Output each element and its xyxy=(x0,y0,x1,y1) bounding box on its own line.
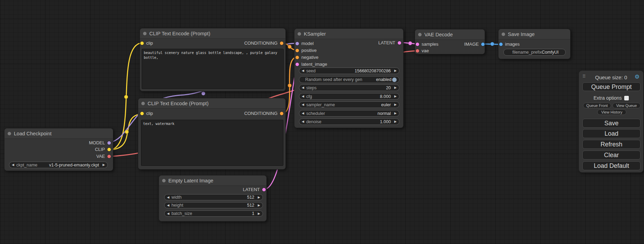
stepper-left-icon[interactable]: ◀ xyxy=(302,112,304,115)
stepper-left-icon[interactable]: ◀ xyxy=(167,212,169,215)
node-clip-text-encode-positive[interactable]: CLIP Text Encode (Prompt) clip CONDITION… xyxy=(140,28,286,91)
node-load-checkpoint[interactable]: Load Checkpoint MODEL CLIP VAE ◀ ckpt_na… xyxy=(4,128,113,171)
latent-slot-dot[interactable] xyxy=(398,41,401,45)
latent-slot-dot[interactable] xyxy=(295,63,299,66)
clip-slot-dot[interactable] xyxy=(140,42,144,45)
input-slot-negative[interactable]: negative xyxy=(295,54,318,61)
stepper-left-icon[interactable]: ◀ xyxy=(167,196,169,199)
collapse-dot-icon[interactable] xyxy=(8,132,11,135)
output-slot-conditioning[interactable]: CONDITIONING xyxy=(244,110,283,117)
extra-options-checkbox[interactable] xyxy=(624,96,629,100)
stepper-right-icon[interactable]: ▶ xyxy=(394,69,397,72)
output-slot-latent[interactable]: LATENT xyxy=(243,187,266,193)
latent-slot-dot[interactable] xyxy=(416,43,419,46)
negative-prompt-textarea[interactable]: text, watermark xyxy=(141,120,283,166)
output-slot-image[interactable]: IMAGE xyxy=(464,41,485,47)
vae-slot-dot[interactable] xyxy=(107,155,111,158)
width-widget[interactable]: ◀ width 512 ▶ xyxy=(164,194,263,200)
input-slot-model[interactable]: model xyxy=(295,40,314,47)
stepper-left-icon[interactable]: ◀ xyxy=(167,204,169,207)
input-slot-clip[interactable]: clip xyxy=(140,40,153,46)
collapse-dot-icon[interactable] xyxy=(143,32,147,35)
node-clip-text-encode-negative[interactable]: CLIP Text Encode (Prompt) clip CONDITION… xyxy=(138,98,286,170)
image-slot-dot[interactable] xyxy=(481,43,485,46)
load-button[interactable]: Load xyxy=(582,129,641,138)
stepper-right-icon[interactable]: ▶ xyxy=(258,196,260,199)
stepper-right-icon[interactable]: ▶ xyxy=(394,86,397,89)
view-queue-button[interactable]: View Queue xyxy=(612,103,641,108)
save-button[interactable]: Save xyxy=(582,119,641,128)
node-title-bar[interactable]: KSampler xyxy=(294,29,403,39)
node-title-bar[interactable]: Save Image xyxy=(499,29,570,39)
height-widget[interactable]: ◀ height 512 ▶ xyxy=(164,202,263,208)
vae-slot-dot[interactable] xyxy=(416,49,419,53)
view-history-button[interactable]: View History xyxy=(597,109,626,115)
node-title-bar[interactable]: Load Checkpoint xyxy=(5,128,113,139)
node-save-image[interactable]: Save Image images filename_prefix ComfyU… xyxy=(498,29,571,59)
input-slot-clip[interactable]: clip xyxy=(140,110,153,117)
collapse-dot-icon[interactable] xyxy=(162,179,166,182)
stepper-left-icon[interactable]: ◀ xyxy=(12,163,14,166)
load-default-button[interactable]: Load Default xyxy=(582,161,641,170)
filename-prefix-widget[interactable]: filename_prefix ComfyUI xyxy=(503,49,566,56)
stepper-left-icon[interactable]: ◀ xyxy=(302,69,304,72)
node-title-bar[interactable]: CLIP Text Encode (Prompt) xyxy=(140,28,285,39)
conditioning-slot-dot[interactable] xyxy=(280,112,283,115)
output-slot-latent[interactable]: LATENT xyxy=(378,40,401,46)
stepper-left-icon[interactable]: ◀ xyxy=(302,86,304,89)
queue-front-button[interactable]: Queue Front xyxy=(583,103,611,108)
node-graph-canvas[interactable]: Load Checkpoint MODEL CLIP VAE ◀ ckpt_na… xyxy=(0,0,644,244)
input-slot-vae[interactable]: vae xyxy=(416,48,429,54)
positive-prompt-textarea[interactable]: beautiful scenery nature glass bottle la… xyxy=(142,49,284,89)
stepper-right-icon[interactable]: ▶ xyxy=(394,103,397,106)
stepper-right-icon[interactable]: ▶ xyxy=(394,112,397,115)
random-seed-toggle[interactable] xyxy=(392,78,397,82)
stepper-left-icon[interactable]: ◀ xyxy=(302,103,304,106)
output-slot-conditioning[interactable]: CONDITIONING xyxy=(244,40,283,46)
input-slot-images[interactable]: images xyxy=(499,41,520,47)
output-slot-clip[interactable]: CLIP xyxy=(95,146,111,153)
ckpt-name-widget[interactable]: ◀ ckpt_name v1-5-pruned-emaonly.ckpt ▶ xyxy=(9,162,108,168)
stepper-right-icon[interactable]: ▶ xyxy=(394,95,397,98)
random-seed-widget[interactable]: Random seed after every gen enabled xyxy=(299,76,399,83)
collapse-dot-icon[interactable] xyxy=(418,33,422,36)
node-empty-latent-image[interactable]: Empty Latent Image LATENT ◀ width 512 ▶ … xyxy=(159,175,267,222)
refresh-button[interactable]: Refresh xyxy=(582,140,641,149)
collapse-dot-icon[interactable] xyxy=(298,32,301,36)
settings-gear-icon[interactable]: ⚙ xyxy=(635,73,639,80)
clear-button[interactable]: Clear xyxy=(582,151,641,160)
stepper-left-icon[interactable]: ◀ xyxy=(302,120,304,123)
stepper-right-icon[interactable]: ▶ xyxy=(258,204,260,207)
steps-widget[interactable]: ◀ steps 20 ▶ xyxy=(299,84,399,91)
conditioning-slot-dot[interactable] xyxy=(295,56,299,59)
input-slot-latent-image[interactable]: latent_image xyxy=(295,61,327,67)
sampler-name-widget[interactable]: ◀ sampler_name euler ▶ xyxy=(299,101,399,108)
model-slot-dot[interactable] xyxy=(107,141,111,145)
stepper-right-icon[interactable]: ▶ xyxy=(394,120,397,123)
node-vae-decode[interactable]: VAE Decode samples vae IMAGE xyxy=(415,29,485,54)
stepper-right-icon[interactable]: ▶ xyxy=(103,163,105,166)
queue-prompt-button[interactable]: Queue Prompt xyxy=(582,82,641,91)
clip-slot-dot[interactable] xyxy=(140,112,144,115)
stepper-left-icon[interactable]: ◀ xyxy=(302,95,304,98)
node-title-bar[interactable]: CLIP Text Encode (Prompt) xyxy=(138,98,285,109)
conditioning-slot-dot[interactable] xyxy=(280,42,283,45)
collapse-dot-icon[interactable] xyxy=(502,33,505,36)
clip-slot-dot[interactable] xyxy=(107,148,111,151)
image-slot-dot[interactable] xyxy=(499,43,503,46)
seed-widget[interactable]: ◀ seed 156680208700286 ▶ xyxy=(299,67,399,74)
input-slot-samples[interactable]: samples xyxy=(416,41,438,47)
node-ksampler[interactable]: KSampler model positive negative latent_… xyxy=(294,28,404,128)
batch-size-widget[interactable]: ◀ batch_size 1 ▶ xyxy=(164,210,263,217)
latent-slot-dot[interactable] xyxy=(262,188,266,191)
node-title-bar[interactable]: VAE Decode xyxy=(415,29,485,40)
queue-panel[interactable]: ⠿ Queue size: 0 ⚙ Queue Prompt Extra opt… xyxy=(579,70,644,173)
collapse-dot-icon[interactable] xyxy=(141,102,145,105)
output-slot-vae[interactable]: VAE xyxy=(96,153,111,160)
node-title-bar[interactable]: Empty Latent Image xyxy=(159,175,266,186)
model-slot-dot[interactable] xyxy=(295,42,299,45)
stepper-right-icon[interactable]: ▶ xyxy=(258,212,260,215)
denoise-widget[interactable]: ◀ denoise 1.000 ▶ xyxy=(299,118,399,125)
scheduler-widget[interactable]: ◀ scheduler normal ▶ xyxy=(299,110,399,117)
cfg-widget[interactable]: ◀ cfg 8.000 ▶ xyxy=(299,93,399,100)
